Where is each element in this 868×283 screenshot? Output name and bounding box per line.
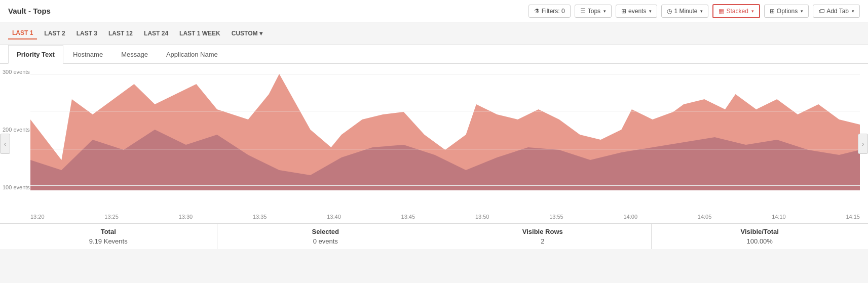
x-label-1400: 14:00 (624, 214, 638, 220)
chart-nav-left[interactable]: ‹ (0, 134, 10, 154)
filters-button[interactable]: ⚗ Filters: 0 (529, 5, 571, 18)
x-label-1355: 13:55 (549, 214, 563, 220)
x-label-1345: 13:45 (401, 214, 416, 220)
chart-nav-right[interactable]: › (858, 134, 868, 154)
options-icon: ⊞ (770, 8, 775, 15)
time-range-bar: LAST 1 LAST 2 LAST 3 LAST 12 LAST 24 LAS… (0, 22, 868, 45)
stat-visible-total-value: 100.00% (660, 237, 860, 245)
x-label-1405: 14:05 (698, 214, 712, 220)
time-btn-last12[interactable]: LAST 12 (104, 28, 137, 39)
stacked-caret-icon: ▾ (751, 9, 754, 14)
events-caret-icon: ▾ (649, 9, 652, 14)
grid-line-mid-upper (30, 111, 860, 111)
tab-hostname[interactable]: Hostname (64, 45, 111, 63)
time-btn-last3[interactable]: LAST 3 (72, 28, 101, 39)
x-label-1410: 14:10 (772, 214, 786, 220)
time-btn-last1week[interactable]: LAST 1 WEEK (175, 28, 224, 39)
stat-total-value: 9.19 Kevents (8, 237, 209, 245)
add-tab-caret-icon: ▾ (852, 9, 854, 14)
red-area (30, 74, 860, 190)
x-label-1325: 13:25 (104, 214, 119, 220)
top-controls: ⚗ Filters: 0 ☰ Tops ▾ ⊞ events ▾ ◷ 1 Min… (529, 4, 860, 18)
stat-visible-rows: Visible Rows 2 (434, 224, 652, 249)
x-label-1350: 13:50 (475, 214, 489, 220)
stat-visible-total-label: Visible/Total (660, 228, 860, 235)
stat-total-label: Total (8, 228, 209, 235)
chart-area[interactable]: 300 events 200 events 100 events (30, 69, 860, 195)
grid-line-top (30, 74, 860, 74)
x-axis: 13:20 13:25 13:30 13:35 13:40 13:45 13:5… (0, 211, 868, 223)
top-bar: Vault - Tops ⚗ Filters: 0 ☰ Tops ▾ ⊞ eve… (0, 0, 868, 22)
tab-application-name[interactable]: Application Name (158, 45, 227, 63)
stat-selected-value: 0 events (225, 237, 426, 245)
add-tab-button[interactable]: 🏷 Add Tab ▾ (813, 5, 860, 18)
x-label-1330: 13:30 (179, 214, 193, 220)
filter-icon: ⚗ (534, 8, 540, 15)
stacked-icon: ▦ (719, 8, 724, 15)
chart-wrapper: ‹ › 300 events 200 events 100 events (0, 64, 868, 223)
x-label-1340: 13:40 (327, 214, 341, 220)
stat-selected: Selected 0 events (217, 224, 435, 249)
stat-selected-label: Selected (225, 228, 426, 235)
clock-icon: ◷ (667, 8, 672, 15)
events-button[interactable]: ⊞ events ▾ (616, 5, 657, 18)
tabs-bar: Priority Text Hostname Message Applicati… (0, 45, 868, 64)
chart-svg (30, 69, 860, 190)
events-icon: ⊞ (621, 8, 626, 15)
x-label-1320: 13:20 (30, 214, 45, 220)
stat-visible-rows-label: Visible Rows (442, 228, 643, 235)
y-label-mid: 200 events (3, 127, 30, 133)
interval-caret-icon: ▾ (700, 9, 703, 14)
time-btn-last1[interactable]: LAST 1 (8, 27, 37, 39)
time-btn-last24[interactable]: LAST 24 (140, 28, 172, 39)
stat-visible-total: Visible/Total 100.00% (652, 224, 869, 249)
interval-button[interactable]: ◷ 1 Minute ▾ (661, 5, 708, 18)
app-title: Vault - Tops (8, 7, 51, 15)
stat-total: Total 9.19 Kevents (0, 224, 217, 249)
time-btn-custom[interactable]: CUSTOM ▾ (228, 28, 267, 39)
y-label-bot: 100 events (3, 184, 30, 190)
tops-icon: ☰ (580, 8, 586, 15)
x-label-1415: 14:15 (846, 214, 860, 220)
tab-message[interactable]: Message (112, 45, 157, 63)
stacked-button[interactable]: ▦ Stacked ▾ (712, 4, 760, 18)
tops-caret-icon: ▾ (603, 9, 606, 14)
tag-icon: 🏷 (818, 8, 824, 15)
y-axis-labels: 300 events 200 events 100 events (3, 69, 30, 195)
stat-visible-rows-value: 2 (442, 237, 643, 245)
time-btn-last2[interactable]: LAST 2 (40, 28, 69, 39)
x-label-1335: 13:35 (253, 214, 267, 220)
options-caret-icon: ▾ (801, 9, 803, 14)
grid-line-mid-lower (30, 149, 860, 149)
tab-priority-text[interactable]: Priority Text (8, 45, 63, 64)
stats-bar: Total 9.19 Kevents Selected 0 events Vis… (0, 223, 868, 249)
y-label-top: 300 events (3, 69, 30, 75)
tops-button[interactable]: ☰ Tops ▾ (575, 5, 612, 18)
chart-container: 300 events 200 events 100 events (0, 64, 868, 211)
grid-line-bot (30, 185, 860, 186)
options-button[interactable]: ⊞ Options ▾ (764, 5, 809, 18)
